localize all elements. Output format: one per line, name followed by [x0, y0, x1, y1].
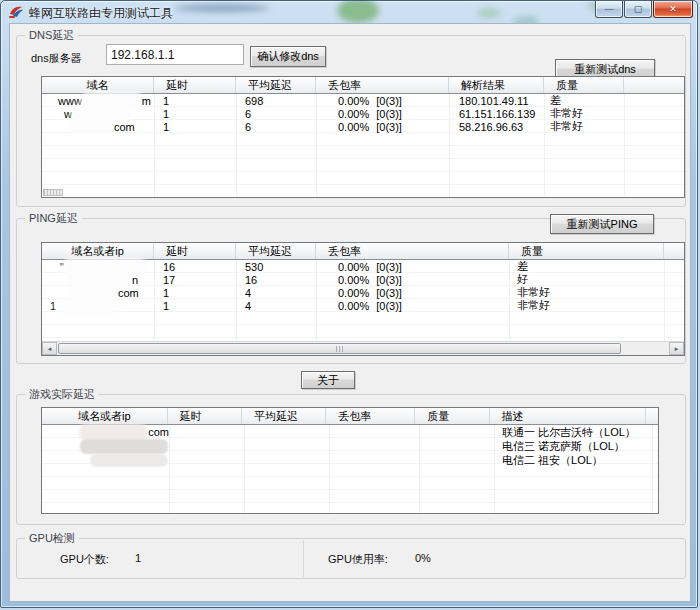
- delay-cell: 1: [154, 286, 236, 299]
- game-col-avg[interactable]: 平均延迟: [242, 408, 326, 424]
- dns-table-row[interactable]: com 1 6 0.00%[0(3)] 58.216.96.63 非常好: [42, 120, 684, 133]
- game-col-domain[interactable]: 域名或者ip: [42, 408, 168, 424]
- ping-col-quality[interactable]: 质量: [509, 243, 664, 259]
- hscrollbar-fragment[interactable]: [43, 189, 63, 196]
- ping-col-domain[interactable]: 域名或者ip: [42, 243, 154, 259]
- game-col-delay[interactable]: 延时: [168, 408, 242, 424]
- avg-cell: 4: [236, 299, 316, 312]
- dns-table: 域名 延时 平均延迟 丢包率 解析结果 质量 wwwm 1: [41, 76, 685, 198]
- domain-cell: wwwm: [42, 94, 154, 107]
- delay-cell: [169, 439, 244, 453]
- game-table-row[interactable]: 电信三 诺克萨斯（LOL）: [42, 439, 658, 453]
- ping-table-row[interactable]: com 1 4 0.00%[0(3)] 非常好: [42, 286, 684, 299]
- confirm-dns-button[interactable]: 确认修改dns: [250, 46, 326, 67]
- redaction-blur: [91, 455, 167, 466]
- game-table-body: com 联通一 比尔吉沃特（LOL） 电信三 诺克萨斯（LOL）: [42, 425, 658, 513]
- redaction-blur: [84, 95, 140, 106]
- minimize-button[interactable]: —: [595, 1, 623, 18]
- game-col-filler: [646, 408, 658, 424]
- scrollbar-thumb[interactable]: [58, 343, 621, 354]
- maximize-button[interactable]: ▢: [624, 1, 652, 18]
- ping-col-loss[interactable]: 丢包率: [316, 243, 509, 259]
- close-icon: ✕: [669, 5, 677, 14]
- game-table-row[interactable]: com 联通一 比尔吉沃特（LOL）: [42, 425, 658, 439]
- scroll-right-button[interactable]: ►: [669, 342, 684, 355]
- desc-cell: 联通一 比尔吉沃特（LOL）: [494, 425, 652, 439]
- loss-cell: 0.00%[0(3)]: [316, 286, 509, 299]
- dns-col-delay[interactable]: 延时: [154, 77, 236, 93]
- titlebar-blur-artifact: [477, 8, 501, 18]
- game-section: 游戏实际延迟 域名或者ip 延时 平均延迟 丢包率 质量 描述: [16, 394, 686, 525]
- loss-cell: 0.00%[0(3)]: [316, 273, 509, 286]
- dns-group-label: DNS延迟: [25, 28, 78, 43]
- avg-cell: [244, 425, 329, 439]
- window-controls: — ▢ ✕: [594, 1, 693, 18]
- retest-ping-button[interactable]: 重新测试PING: [550, 214, 654, 234]
- close-button[interactable]: ✕: [653, 1, 693, 18]
- ping-table-row[interactable]: n 17 16 0.00%[0(3)] 好: [42, 273, 684, 286]
- gpu-section: GPU检测 GPU个数: 1 GPU使用率: 0%: [16, 538, 686, 579]
- about-button[interactable]: 关于: [301, 371, 355, 389]
- redaction-blur: [81, 426, 146, 439]
- domain-cell: com: [42, 425, 169, 439]
- window-title: 蜂网互联路由专用测试工具: [29, 5, 173, 22]
- ping-table-header: 域名或者ip 延时 平均延迟 丢包率 质量: [42, 243, 684, 260]
- avg-cell: [244, 453, 329, 467]
- ping-table-row[interactable]: 1 1 4 0.00%[0(3)] 非常好: [42, 299, 684, 312]
- ping-section: PING延迟 重新测试PING 域名或者ip 延时 平均延迟 丢包率 质量: [16, 218, 686, 364]
- game-col-desc[interactable]: 描述: [490, 408, 646, 424]
- redaction-blur: [66, 261, 144, 273]
- gpu-usage-value: 0%: [415, 552, 431, 564]
- domain-cell: [42, 439, 169, 453]
- titlebar-blur-artifact: [337, 0, 379, 23]
- gpu-usage-label: GPU使用率:: [328, 552, 388, 567]
- dns-server-label: dns服务器: [31, 51, 82, 66]
- title-bar[interactable]: 蜂网互联路由专用测试工具 — ▢ ✕: [1, 1, 697, 23]
- avg-cell: 16: [236, 273, 316, 286]
- redaction-blur: [58, 300, 118, 311]
- scrollbar-grip-icon: [336, 346, 344, 352]
- desc-cell: 电信二 祖安（LOL）: [494, 453, 652, 467]
- result-cell: 61.151.166.139: [449, 107, 544, 120]
- dns-table-body: wwwm 1 698 0.00%[0(3)] 180.101.49.11 差 w…: [42, 94, 684, 197]
- domain-cell: ": [42, 260, 154, 273]
- avg-cell: 6: [236, 120, 316, 133]
- domain-cell: com: [42, 286, 154, 299]
- gpu-count-label: GPU个数:: [60, 552, 109, 567]
- ping-col-delay[interactable]: 延时: [154, 243, 236, 259]
- dns-col-avg[interactable]: 平均延迟: [236, 77, 316, 93]
- game-col-quality[interactable]: 质量: [415, 408, 489, 424]
- dns-col-loss[interactable]: 丢包率: [316, 77, 449, 93]
- dns-col-domain[interactable]: 域名: [42, 77, 154, 93]
- domain-cell: n: [42, 273, 154, 286]
- ping-col-filler: [664, 243, 684, 259]
- avg-cell: [244, 439, 329, 453]
- dns-table-row[interactable]: w 1 6 0.00%[0(3)] 61.151.166.139 非常好: [42, 107, 684, 120]
- delay-cell: 1: [154, 299, 236, 312]
- loss-cell: 0.00%[0(3)]: [316, 120, 449, 133]
- dns-col-result[interactable]: 解析结果: [449, 77, 544, 93]
- ping-col-avg[interactable]: 平均延迟: [236, 243, 316, 259]
- loss-cell: [329, 453, 419, 467]
- gpu-count-value: 1: [135, 552, 141, 564]
- horizontal-scrollbar[interactable]: ◄ ►: [42, 341, 684, 355]
- dns-server-input[interactable]: [106, 44, 244, 65]
- quality-cell: 非常好: [509, 299, 664, 312]
- loss-cell: 0.00%[0(3)]: [316, 260, 509, 273]
- dns-col-quality[interactable]: 质量: [544, 77, 624, 93]
- ping-table: 域名或者ip 延时 平均延迟 丢包率 质量 " 16 530: [41, 242, 685, 356]
- result-cell: 180.101.49.11: [449, 94, 544, 107]
- scroll-left-button[interactable]: ◄: [42, 342, 57, 355]
- loss-cell: [329, 425, 419, 439]
- delay-cell: 1: [154, 107, 236, 120]
- ping-table-row[interactable]: " 16 530 0.00%[0(3)] 差: [42, 260, 684, 273]
- delay-cell: 17: [154, 273, 236, 286]
- game-col-loss[interactable]: 丢包率: [326, 408, 415, 424]
- dns-table-row[interactable]: wwwm 1 698 0.00%[0(3)] 180.101.49.11 差: [42, 94, 684, 107]
- game-table-row[interactable]: 电信二 祖安（LOL）: [42, 453, 658, 467]
- dns-table-header: 域名 延时 平均延迟 丢包率 解析结果 质量: [42, 77, 684, 94]
- dns-col-filler: [624, 77, 684, 93]
- redaction-blur: [68, 274, 130, 285]
- gpu-section-divider: [303, 540, 304, 577]
- quality-cell: 差: [509, 260, 664, 273]
